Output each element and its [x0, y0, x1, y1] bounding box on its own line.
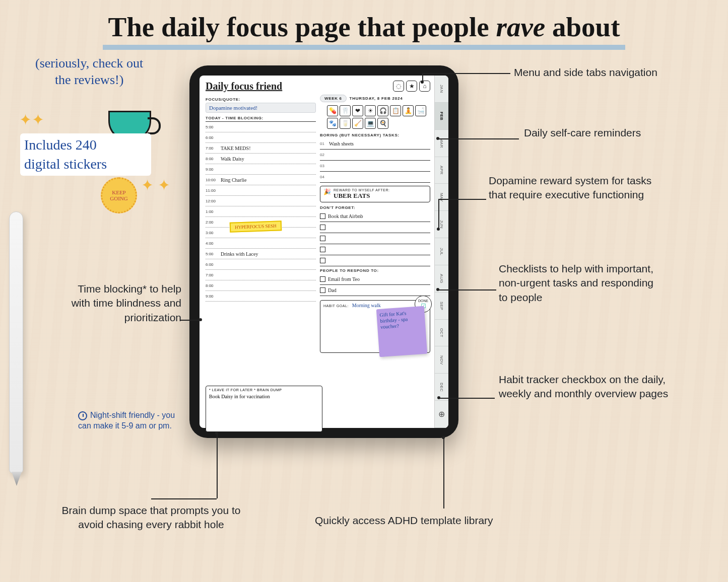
time-row[interactable]: 5:00 — [206, 122, 316, 132]
forget-item[interactable] — [320, 244, 430, 255]
time-row[interactable]: 5:00Drinks with Lacey — [206, 249, 316, 259]
selfcare-icon[interactable]: 📋 — [390, 105, 401, 116]
time-entry[interactable]: Walk Daisy — [221, 156, 244, 162]
time-row[interactable]: 9:00 — [206, 164, 316, 175]
forget-item[interactable]: Book that Airbnb — [320, 211, 430, 222]
respond-item[interactable]: Email from Teo — [320, 274, 430, 285]
focus-label: FOCUS/QUOTE: — [206, 97, 316, 102]
leader-dot — [442, 436, 445, 439]
boring-task-row[interactable]: 02 — [320, 150, 430, 161]
selfcare-icon[interactable]: 🎧 — [377, 105, 388, 116]
selfcare-icon[interactable]: 🧘 — [403, 105, 414, 116]
time-entry[interactable]: TAKE MEDS! — [221, 146, 250, 151]
selfcare-icon[interactable]: ☀ — [365, 105, 376, 116]
month-tab-jun[interactable]: JUN — [435, 211, 448, 238]
time-hour: 11:00 — [206, 188, 221, 193]
selfcare-icon[interactable]: 💻 — [365, 118, 376, 129]
time-entry[interactable]: Drinks with Lacey — [221, 251, 258, 257]
forget-item[interactable] — [320, 255, 430, 266]
time-hour: 4:00 — [206, 241, 221, 246]
headline-pre: The daily focus page that people — [108, 12, 496, 42]
time-hour: 6:00 — [206, 262, 221, 267]
boring-task-row[interactable]: 04 — [320, 172, 430, 183]
selfcare-icon[interactable]: 🐾 — [327, 118, 338, 129]
leader-dot — [215, 431, 218, 434]
checkbox-icon[interactable] — [320, 276, 325, 282]
leader-line — [438, 289, 496, 290]
time-hour: 5:00 — [206, 252, 221, 256]
time-row[interactable]: 7:00TAKE MEDS! — [206, 143, 316, 154]
month-tab-sep[interactable]: SEP — [435, 293, 448, 320]
month-tab-nov[interactable]: NOV — [435, 346, 448, 374]
time-row[interactable]: 8:00Walk Daisy — [206, 154, 316, 164]
boring-task-row[interactable]: 03 — [320, 161, 430, 172]
clock-icon — [78, 411, 87, 420]
time-hour: 5:00 — [206, 125, 221, 129]
reward-value[interactable]: UBER EATS — [334, 192, 427, 200]
self-care-row: 💊🦷❤☀🎧📋🧘🛁🐾🥛🧹💻🍳 — [320, 105, 430, 129]
globe-icon[interactable]: ◌ — [393, 81, 404, 92]
boring-task-row[interactable]: 01Wash sheets — [320, 138, 430, 150]
selfcare-icon[interactable]: 🥛 — [340, 118, 351, 129]
top-nav-icons: ◌ ★ ⌂ — [320, 81, 430, 92]
checkbox-icon[interactable] — [320, 258, 325, 263]
forget-item[interactable] — [320, 222, 430, 233]
checkbox-icon[interactable] — [320, 213, 325, 219]
month-tab-dec[interactable]: DEC — [435, 374, 448, 401]
selfcare-icon[interactable]: 🦷 — [340, 105, 351, 116]
checkbox-icon[interactable] — [320, 236, 325, 241]
planner-left-column: Daily focus friend FOCUS/QUOTE: Dopamine… — [206, 81, 316, 424]
selfcare-icon[interactable]: 💊 — [327, 105, 338, 116]
month-tab-may[interactable]: MAY — [435, 184, 448, 211]
month-tab-jul[interactable]: JUL — [435, 238, 448, 265]
selfcare-icon[interactable]: 🛁 — [415, 105, 426, 116]
brain-dump-text[interactable]: Book Daisy in for vaccination — [209, 394, 319, 399]
week-pill[interactable]: WEEK 6 — [320, 95, 347, 102]
time-row[interactable]: 8:00 — [206, 280, 316, 291]
brain-dump-label: * LEAVE IT FOR LATER * BRAIN DUMP — [209, 388, 319, 392]
time-row[interactable]: 1:00 — [206, 206, 316, 217]
leader-dot — [436, 137, 439, 140]
time-hour: 12:00 — [206, 199, 221, 203]
add-tab-button[interactable]: ⊕ — [435, 401, 448, 428]
time-entry[interactable]: Ring Charlie — [221, 177, 246, 183]
brain-dump-box: * LEAVE IT FOR LATER * BRAIN DUMP Book D… — [206, 386, 322, 432]
habit-value[interactable]: Morning walk — [352, 303, 381, 308]
time-row[interactable]: 4:00 — [206, 238, 316, 249]
selfcare-icon[interactable]: 🧹 — [352, 118, 363, 129]
time-hour: 7:00 — [206, 273, 221, 277]
month-tab-oct[interactable]: OCT — [435, 320, 448, 347]
time-row[interactable]: 6:00 — [206, 132, 316, 143]
leader-line — [217, 433, 218, 498]
star-icon[interactable]: ★ — [406, 81, 417, 92]
leader-dot — [436, 288, 439, 291]
checkbox-icon[interactable] — [320, 287, 325, 293]
time-hour: 9:00 — [206, 167, 221, 172]
respond-item[interactable]: Dad — [320, 285, 430, 296]
time-row[interactable]: 9:00 — [206, 291, 316, 302]
time-hour: 1:00 — [206, 209, 221, 214]
checkbox-icon[interactable] — [320, 247, 325, 252]
time-row[interactable]: 6:00 — [206, 259, 316, 270]
focus-value[interactable]: Dopamine motivated! — [206, 103, 316, 113]
time-row[interactable]: 12:00 — [206, 196, 316, 206]
month-tab-jan[interactable]: JAN — [435, 76, 448, 103]
time-row[interactable]: 7:00 — [206, 270, 316, 280]
month-tab-mar[interactable]: MAR — [435, 130, 448, 157]
callout-selfcare: Daily self-care reminders — [524, 126, 641, 140]
month-tab-feb[interactable]: FEB — [435, 103, 448, 130]
time-row[interactable]: 11:00 — [206, 185, 316, 196]
callout-menu: Menu and side tabs navigation — [514, 65, 657, 80]
selfcare-icon[interactable]: ❤ — [352, 105, 363, 116]
headline-em: rave — [496, 12, 546, 42]
forget-item[interactable] — [320, 233, 430, 244]
habit-box: DONE☑ HABIT GOAL: Morning walk Gift for … — [320, 300, 430, 353]
leader-line — [422, 73, 510, 74]
time-row[interactable]: 10:00Ring Charlie — [206, 175, 316, 185]
habit-label: HABIT GOAL: — [323, 304, 349, 308]
month-tab-apr[interactable]: APR — [435, 157, 448, 184]
selfcare-icon[interactable]: 🍳 — [377, 118, 388, 129]
checkbox-icon[interactable] — [320, 225, 325, 230]
leader-line — [438, 138, 519, 139]
apple-pencil — [9, 211, 23, 473]
